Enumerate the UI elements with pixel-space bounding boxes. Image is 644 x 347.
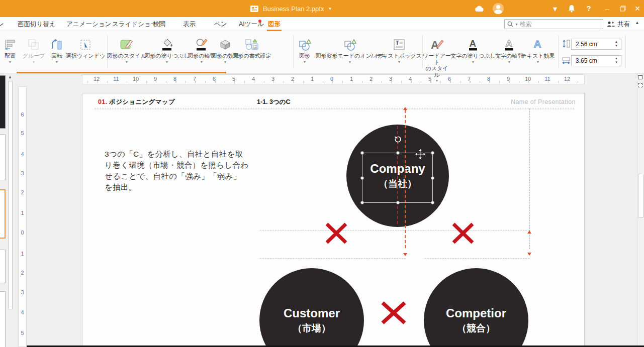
- share-button[interactable]: 共有: [607, 19, 630, 30]
- chevron-down-icon: ▼: [348, 60, 352, 64]
- restore-window-icon[interactable]: [617, 0, 629, 17]
- cloud-sync-icon[interactable]: [473, 0, 485, 17]
- chevron-down-icon[interactable]: ▼: [328, 7, 332, 11]
- document-title-group[interactable]: Business Plan 2.pptx ▼: [250, 0, 332, 17]
- shape-competitor-circle[interactable]: Competior （競合）: [424, 268, 528, 347]
- textbox-button[interactable]: T テキストボックス ▼: [379, 34, 419, 64]
- slide-thumbnail-4[interactable]: [0, 250, 6, 283]
- move-cursor-icon: [414, 148, 426, 160]
- text-outline-button[interactable]: A 文字の輪郭 ▼: [495, 34, 524, 64]
- collapse-ribbon-icon[interactable]: ▲: [635, 20, 639, 25]
- slide-thumbnail-2[interactable]: [0, 134, 6, 180]
- tab-view[interactable]: 表示: [183, 17, 196, 31]
- tab-shape-format[interactable]: 図形: [268, 17, 281, 31]
- document-title: Business Plan 2.pptx: [263, 5, 324, 13]
- textbox-selection-frame[interactable]: [362, 153, 433, 203]
- ribbon-tab-row: ン 画面切り替え アニメーション スライドショー 校閲 表示 ペン AIツール …: [0, 17, 644, 31]
- chevron-down-icon[interactable]: ▾: [549, 0, 561, 17]
- x-mark[interactable]: [325, 222, 348, 244]
- chevron-down-icon: ▼: [508, 60, 511, 64]
- slide-thumbnail-5[interactable]: [0, 291, 6, 347]
- shape-format-settings-button[interactable]: 図形の書式設定: [228, 34, 275, 59]
- stepper-arrows-icon[interactable]: ▲▼: [615, 40, 618, 48]
- tab-pen[interactable]: ペン: [214, 17, 227, 31]
- shape-format-icon: [245, 34, 259, 51]
- wordart-style-icon: A: [430, 34, 444, 51]
- resize-handle[interactable]: [431, 201, 434, 204]
- shape-fill-button[interactable]: 図形の塗りつぶし ▼: [144, 34, 190, 64]
- bell-icon[interactable]: [566, 0, 578, 17]
- tab-transitions[interactable]: 画面切り替え: [18, 17, 56, 31]
- shape-width-field[interactable]: 3.65 cm ▲▼: [571, 55, 621, 66]
- body-text[interactable]: 3つの「C」を分析し、自社と自社を取 り巻く環境（市場・競合）を照らし合わ せる…: [105, 149, 278, 193]
- shape-width-icon: [562, 56, 571, 65]
- titlebar: Business Plan 2.pptx ▼ ▾ ? – ✕: [0, 0, 644, 17]
- arrange-button[interactable]: 配置 ▼: [0, 34, 20, 64]
- slide-thumbnail-1[interactable]: [0, 75, 6, 129]
- text-outline-icon: A: [503, 34, 516, 51]
- tab-animation[interactable]: アニメーション: [66, 17, 111, 31]
- chevron-down-icon[interactable]: ▼: [515, 23, 518, 26]
- resize-handle[interactable]: [360, 201, 364, 204]
- text-fill-button[interactable]: A 文字の塗りつぶし ▼: [451, 34, 495, 64]
- shape-height-field[interactable]: 2.56 cm ▲▼: [571, 39, 621, 50]
- guide-line-horizontal: [260, 230, 529, 230]
- group-button[interactable]: グループ ▼: [22, 34, 46, 64]
- scrollbar-thumb[interactable]: [8, 81, 13, 309]
- text-effects-icon: A: [531, 34, 544, 51]
- x-mark[interactable]: [381, 301, 407, 325]
- close-icon[interactable]: ✕: [631, 0, 643, 17]
- thumbnail-scrollbar[interactable]: ▲: [8, 74, 13, 347]
- search-input[interactable]: [520, 21, 600, 28]
- shape-style-button[interactable]: 図形のスタイル ▼: [105, 34, 148, 64]
- chevron-down-icon: ▼: [435, 79, 439, 82]
- shape-morph-icon: [343, 34, 357, 51]
- presentation-name-placeholder: Name of Presentation: [511, 98, 576, 105]
- shape-outline-icon: [195, 34, 208, 51]
- search-box[interactable]: ▼: [504, 19, 603, 29]
- guide-arrow-up: [527, 230, 531, 234]
- scroll-up-icon[interactable]: ▲: [8, 75, 12, 79]
- share-label: 共有: [617, 20, 630, 29]
- chevron-down-icon: ▼: [32, 60, 36, 64]
- vertical-scrollbar[interactable]: [637, 74, 644, 347]
- resize-handle[interactable]: [360, 151, 364, 155]
- scrollbar-thumb[interactable]: [638, 174, 643, 218]
- x-mark[interactable]: [451, 222, 475, 244]
- guide-arrow-up: [403, 107, 407, 110]
- help-icon[interactable]: ?: [583, 0, 595, 17]
- minimize-icon[interactable]: –: [601, 0, 613, 17]
- svg-text:A: A: [506, 38, 513, 49]
- shapes-button[interactable]: 図形 ▼: [295, 34, 315, 64]
- stepper-arrows-icon[interactable]: ▲▼: [615, 57, 618, 64]
- vertical-ruler: 6 5 4 3 2 1 0 1 2 3 4 5: [18, 86, 27, 347]
- selection-pane-button[interactable]: 選択ウィンドウ: [63, 34, 108, 59]
- chevron-down-icon: ▼: [125, 60, 129, 64]
- tab-slideshow[interactable]: スライドショー: [112, 17, 157, 31]
- shape-style-icon: [120, 34, 134, 51]
- slide-thumbnail-3-selected[interactable]: [0, 189, 6, 239]
- ruler-toggle-icon[interactable]: [638, 75, 642, 79]
- text-effects-button[interactable]: A テキスト効果 ▼: [522, 34, 554, 64]
- shape-customer-circle[interactable]: Customer （市場）: [259, 268, 364, 347]
- guides-toggle-icon[interactable]: [638, 83, 642, 87]
- resize-handle[interactable]: [396, 151, 400, 155]
- shape-morph-toggle-button[interactable]: 図形変形モードのオン/オフ ▼: [318, 34, 382, 64]
- resize-handle[interactable]: [360, 176, 364, 180]
- slide-canvas[interactable]: 01. ポジショニングマップ 1-1. 3つのC Name of Present…: [82, 93, 585, 347]
- tab-partial-left[interactable]: ン: [0, 17, 4, 31]
- ribbon: 配置 ▼ グループ ▼ 回転 ▼ 選択ウィンドウ 図形のスタイル ▼ 図形の塗り…: [0, 31, 644, 74]
- selection-pane-icon: [79, 34, 92, 51]
- svg-text:A: A: [470, 38, 477, 49]
- shape-height-icon: [562, 39, 571, 48]
- resize-handle[interactable]: [396, 201, 400, 204]
- resize-handle[interactable]: [431, 151, 434, 155]
- group-icon: [27, 34, 40, 51]
- chevron-down-icon: ▼: [55, 60, 59, 64]
- user-avatar[interactable]: [493, 3, 504, 14]
- slide-thumbnail-panel: ▲: [0, 74, 14, 347]
- wordart-style-button[interactable]: A ワードアート のスタイル ▼: [423, 34, 451, 82]
- resize-handle[interactable]: [431, 176, 434, 180]
- rotate-handle-icon[interactable]: [394, 136, 402, 143]
- tab-review[interactable]: 校閲: [153, 17, 165, 31]
